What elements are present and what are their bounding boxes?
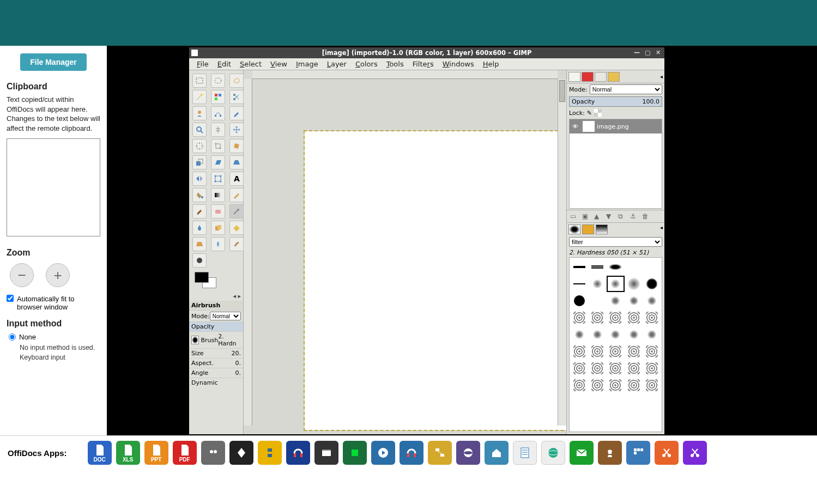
brush-item[interactable] bbox=[571, 293, 588, 309]
brush-item[interactable] bbox=[589, 326, 606, 343]
brush-item[interactable] bbox=[589, 343, 606, 360]
brush-item[interactable] bbox=[625, 309, 643, 326]
app-inkscape[interactable] bbox=[229, 441, 253, 465]
gimp-canvas-area[interactable] bbox=[244, 70, 566, 434]
app-ardour[interactable] bbox=[400, 441, 423, 465]
tool-measure[interactable] bbox=[211, 123, 225, 137]
tool-pencil[interactable] bbox=[229, 188, 244, 202]
lock-alpha-icon[interactable] bbox=[594, 109, 602, 117]
menu-view[interactable]: View bbox=[267, 59, 291, 69]
layer-row[interactable]: 👁 image.png bbox=[570, 119, 662, 133]
tool-crop[interactable] bbox=[211, 139, 225, 153]
close-button[interactable]: ✕ bbox=[656, 50, 662, 56]
app-xls[interactable]: XLS bbox=[116, 441, 140, 465]
brush-item[interactable] bbox=[607, 326, 624, 343]
brush-item[interactable] bbox=[571, 377, 588, 393]
tool-clone[interactable] bbox=[211, 221, 225, 235]
app-videocut[interactable] bbox=[655, 441, 679, 465]
tab-undo-icon[interactable] bbox=[608, 72, 620, 82]
app-sweethome[interactable] bbox=[485, 441, 509, 465]
brush-filter-select[interactable]: filter bbox=[569, 237, 662, 247]
tool-shear[interactable] bbox=[211, 155, 225, 169]
app-python[interactable] bbox=[258, 441, 282, 465]
gimp-titlebar[interactable]: [image] (imported)-1.0 (RGB color, 1 lay… bbox=[189, 47, 664, 58]
brush-item[interactable] bbox=[643, 377, 661, 393]
color-swatches[interactable] bbox=[195, 272, 219, 292]
dock-menu-icon[interactable]: ◂ bbox=[660, 74, 663, 80]
menu-select[interactable]: Select bbox=[237, 59, 265, 69]
tab-paths-icon[interactable] bbox=[595, 72, 607, 82]
tool-free-select[interactable] bbox=[229, 74, 244, 88]
app-openshot[interactable] bbox=[314, 441, 338, 465]
app-ppt[interactable]: PPT bbox=[144, 441, 168, 465]
brush-item[interactable] bbox=[589, 259, 606, 275]
app-dia[interactable] bbox=[428, 441, 452, 465]
brush-item[interactable] bbox=[607, 309, 624, 326]
minimize-button[interactable]: — bbox=[634, 50, 640, 56]
maximize-button[interactable]: ▢ bbox=[645, 50, 651, 56]
brush-item[interactable] bbox=[643, 276, 661, 292]
auto-fit-checkbox[interactable] bbox=[7, 295, 14, 302]
brush-item[interactable] bbox=[589, 360, 606, 377]
brush-item[interactable] bbox=[643, 343, 661, 360]
brush-item[interactable] bbox=[643, 360, 661, 377]
tool-scale[interactable] bbox=[192, 155, 207, 169]
tab-patterns-icon[interactable] bbox=[582, 224, 594, 234]
brush-item[interactable] bbox=[625, 326, 643, 343]
menu-image[interactable]: Image bbox=[293, 59, 322, 69]
tab-brushes-icon[interactable] bbox=[568, 224, 580, 234]
app-chess[interactable] bbox=[598, 441, 622, 465]
clipboard-textarea[interactable] bbox=[7, 138, 100, 236]
duplicate-layer-icon[interactable]: ⧉ bbox=[618, 212, 626, 220]
brush-item[interactable] bbox=[607, 377, 624, 393]
brush-item[interactable] bbox=[625, 293, 643, 309]
opt-size-value[interactable]: 20. bbox=[232, 350, 241, 357]
tool-ellipse-select[interactable] bbox=[211, 74, 225, 88]
layer-group-icon[interactable]: ▣ bbox=[582, 212, 590, 220]
zoom-in-button[interactable]: + bbox=[46, 263, 70, 287]
app-mines[interactable] bbox=[626, 441, 650, 465]
tool-align[interactable] bbox=[192, 139, 207, 153]
tool-blend[interactable] bbox=[211, 188, 225, 202]
zoom-out-button[interactable]: − bbox=[10, 263, 34, 287]
brush-item[interactable] bbox=[571, 259, 588, 275]
tool-heal[interactable] bbox=[229, 221, 244, 235]
menu-edit[interactable]: Edit bbox=[214, 59, 234, 69]
menu-file[interactable]: File bbox=[193, 59, 212, 69]
brush-item[interactable] bbox=[589, 276, 606, 292]
visibility-icon[interactable]: 👁 bbox=[570, 123, 580, 130]
brush-item[interactable] bbox=[625, 276, 643, 292]
opt-aspect-value[interactable]: 0. bbox=[235, 360, 241, 367]
fg-color-swatch[interactable] bbox=[195, 272, 209, 283]
brush-item[interactable] bbox=[571, 360, 588, 377]
brush-item[interactable] bbox=[625, 259, 643, 275]
brush-item[interactable] bbox=[643, 326, 661, 343]
menu-windows[interactable]: Windows bbox=[439, 59, 477, 69]
tool-perspective[interactable] bbox=[229, 155, 244, 169]
brush-item[interactable] bbox=[625, 343, 643, 360]
tab-layers-icon[interactable] bbox=[568, 72, 580, 82]
opt-angle-value[interactable]: 0. bbox=[235, 369, 241, 377]
app-doc[interactable]: DOC bbox=[88, 441, 112, 465]
brush-item[interactable] bbox=[589, 309, 606, 326]
tool-foreground-select[interactable] bbox=[192, 106, 207, 120]
app-libreoffice[interactable] bbox=[513, 441, 537, 465]
canvas[interactable] bbox=[305, 131, 566, 430]
app-gimp[interactable] bbox=[201, 441, 225, 465]
anchor-layer-icon[interactable]: ⚓ bbox=[630, 212, 638, 220]
tool-fuzzy-select[interactable] bbox=[192, 90, 207, 104]
menu-layer[interactable]: Layer bbox=[324, 59, 350, 69]
brush-item[interactable] bbox=[607, 293, 624, 309]
app-browser[interactable] bbox=[541, 441, 565, 465]
tool-airbrush[interactable] bbox=[229, 204, 244, 218]
brush-item[interactable] bbox=[571, 326, 588, 343]
app-mail[interactable] bbox=[570, 441, 594, 465]
brush-item[interactable] bbox=[643, 309, 661, 326]
tool-by-color-select[interactable] bbox=[211, 90, 225, 104]
brush-preview-icon[interactable] bbox=[191, 336, 199, 344]
file-manager-button[interactable]: File Manager bbox=[20, 53, 87, 71]
tool-paintbrush[interactable] bbox=[192, 204, 207, 218]
menu-tools[interactable]: Tools bbox=[383, 59, 407, 69]
tool-blur[interactable] bbox=[211, 237, 225, 251]
tab-channels-icon[interactable] bbox=[582, 72, 594, 82]
